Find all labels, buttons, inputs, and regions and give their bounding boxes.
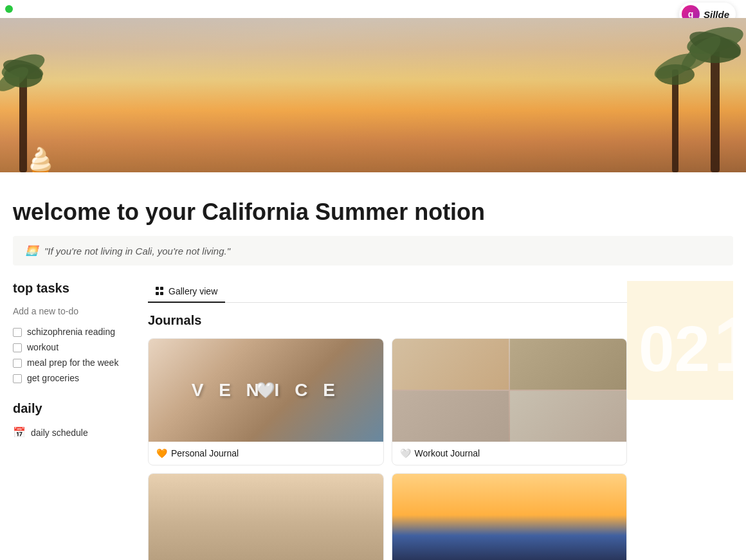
top-bar: g Sillde: [0, 0, 746, 18]
todo-checkbox-3[interactable]: [13, 374, 22, 383]
todo-label-2: meal prep for the week: [27, 357, 118, 368]
quote-block: 🌅 "If you're not living in Cali, you're …: [13, 236, 733, 266]
daily-heading: daily: [13, 401, 135, 416]
gallery-tab-bar: Gallery view: [148, 281, 627, 303]
personal-journal-emoji: 🧡: [156, 448, 167, 458]
list-item: get groceries: [13, 370, 135, 386]
personal-journal-label: 🧡 Personal Journal: [149, 442, 383, 465]
daily-schedule-label: daily schedule: [31, 428, 88, 438]
two-col-layout: top tasks schizophrenia reading workout …: [13, 281, 733, 560]
journals-heading: Journals: [148, 313, 627, 328]
cityscape-image: [392, 474, 627, 560]
todo-label-1: workout: [27, 342, 59, 352]
gallery-tab-label: Gallery view: [168, 286, 217, 296]
todo-list: schizophrenia reading workout meal prep …: [13, 324, 135, 386]
hero-emoji: 🍦: [19, 146, 61, 172]
traffic-light-green[interactable]: [5, 5, 13, 13]
daily-section: daily 📅 daily schedule: [13, 401, 135, 441]
workout-journal-emoji: 🤍: [400, 448, 411, 458]
add-todo-input[interactable]: [13, 303, 135, 319]
gallery-view-icon: [156, 287, 165, 296]
todo-checkbox-1[interactable]: [13, 343, 22, 352]
workout-cell-2: [510, 339, 626, 390]
todo-checkbox-0[interactable]: [13, 328, 22, 337]
todo-checkbox-2[interactable]: [13, 359, 22, 368]
orange-image: [149, 474, 383, 560]
workout-cell-3: [392, 391, 509, 442]
calendar-icon: 📅: [13, 426, 26, 438]
daily-schedule-item[interactable]: 📅 daily schedule: [13, 424, 135, 441]
workout-image: [392, 339, 627, 442]
workout-journal-label: 🤍 Workout Journal: [392, 442, 627, 465]
quote-emoji: 🌅: [26, 245, 38, 257]
right-widget: 02 1: [627, 281, 733, 560]
workout-journal-card[interactable]: 🤍 Workout Journal: [392, 338, 628, 465]
page-title: welcome to your California Summer notion: [13, 198, 733, 226]
list-item: schizophrenia reading: [13, 324, 135, 339]
workout-cell-1: [392, 339, 509, 390]
calendar-number-02: 02: [632, 303, 710, 381]
calendar-widget-box: 02 1: [627, 281, 733, 400]
gallery-view-tab[interactable]: Gallery view: [148, 281, 225, 303]
journal-card-4[interactable]: [392, 473, 628, 560]
quote-text: "If you're not living in Cali, you're no…: [44, 246, 230, 257]
personal-journal-text: Personal Journal: [171, 448, 239, 458]
page-content: welcome to your California Summer notion…: [0, 172, 746, 560]
todo-label-3: get groceries: [27, 373, 79, 383]
venice-heart: 🤍: [256, 381, 275, 399]
journal-card-3[interactable]: [148, 473, 384, 560]
todo-label-0: schizophrenia reading: [27, 327, 115, 337]
palm-right-svg: [650, 18, 746, 172]
list-item: meal prep for the week: [13, 355, 135, 370]
workout-cell-4: [510, 391, 626, 442]
calendar-number-1: 1: [710, 299, 733, 383]
list-item: workout: [13, 339, 135, 355]
workout-journal-text: Workout Journal: [415, 448, 480, 458]
left-sidebar: top tasks schizophrenia reading workout …: [13, 281, 148, 560]
hero-banner: 🍦: [0, 18, 746, 172]
main-area: Gallery view Journals V E N I C E 🤍 🧡 Pe…: [148, 281, 627, 560]
gallery-grid: V E N I C E 🤍 🧡 Personal Journal: [148, 338, 627, 560]
personal-journal-card[interactable]: V E N I C E 🤍 🧡 Personal Journal: [148, 338, 384, 465]
venice-image: V E N I C E 🤍: [149, 339, 383, 442]
top-tasks-heading: top tasks: [13, 281, 135, 296]
